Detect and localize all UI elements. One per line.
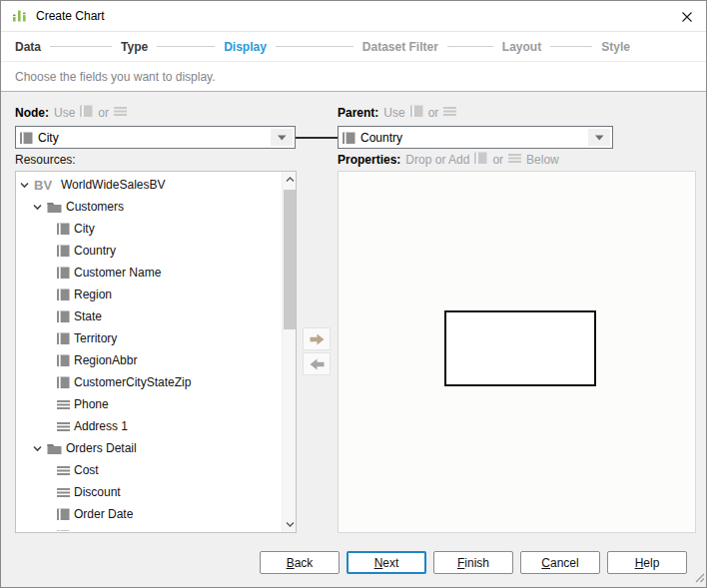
properties-drop-panel[interactable]	[338, 171, 696, 533]
tree-item-customercitystatezip[interactable]: CustomerCityStateZip	[17, 371, 281, 393]
tree-item-label: Customer Name	[74, 266, 161, 280]
chevron-down-icon[interactable]	[32, 443, 43, 454]
properties-label-row: Properties: Drop or Add or Below	[338, 152, 559, 167]
tree-item-label: Territory	[74, 331, 117, 345]
tree-item-label: WorldWideSalesBV	[61, 178, 165, 192]
resources-tree: BVWorldWideSalesBVCustomersCityCountryCu…	[17, 174, 281, 531]
next-button[interactable]: Next	[347, 551, 426, 574]
chevron-down-icon[interactable]	[19, 180, 30, 191]
tree-item-label: Country	[74, 244, 116, 258]
tree-item-order-date[interactable]: Order Date	[17, 503, 281, 525]
node-or-text: or	[98, 106, 109, 120]
cancel-button[interactable]: Cancel	[520, 551, 600, 574]
tree-item-label: Phone	[74, 397, 109, 411]
dimension-square-icon	[474, 151, 487, 168]
tree-item-region[interactable]: Region	[17, 284, 281, 305]
finish-button[interactable]: Finish	[433, 551, 513, 574]
tree-item-label: Customers	[66, 200, 124, 214]
properties-label: Properties:	[338, 153, 400, 167]
tree-scrollbar[interactable]	[282, 172, 296, 532]
transfer-buttons	[303, 327, 331, 375]
chevron-down-icon[interactable]	[32, 202, 43, 213]
parent-use-text: Use	[383, 106, 404, 120]
tree-item-label: Orders Detail	[66, 441, 137, 455]
chart-app-icon	[12, 8, 28, 24]
wizard-step-type[interactable]: Type	[121, 40, 148, 54]
tree-item-label: Order Date	[74, 507, 133, 521]
title-bar: Create Chart	[1, 1, 706, 32]
scroll-up-icon[interactable]	[283, 172, 297, 188]
dimension-square-icon	[57, 266, 70, 280]
dimension-square-icon	[57, 529, 70, 531]
tree-item-territory[interactable]: Territory	[17, 327, 281, 349]
tree-item-orders-detail[interactable]: Orders Detail	[17, 437, 281, 459]
properties-hint-drop: Drop or Add	[405, 153, 469, 167]
dimension-square-icon	[57, 288, 70, 301]
wizard-step-data[interactable]: Data	[15, 40, 41, 54]
dimension-square-icon	[57, 331, 70, 345]
resources-label: Resources:	[15, 152, 76, 167]
parent-selected-value: Country	[360, 131, 588, 145]
tree-item-country[interactable]: Country	[17, 240, 281, 262]
measure-lines-icon	[57, 397, 70, 411]
measure-lines-icon	[508, 151, 521, 168]
step-connector-line	[50, 46, 112, 47]
move-right-button[interactable]	[303, 327, 331, 350]
instruction-text: Choose the fields you want to display.	[1, 62, 706, 92]
dimension-square-icon	[343, 131, 355, 145]
tree-item-worldwidesalesbv[interactable]: BVWorldWideSalesBV	[17, 174, 281, 196]
tree-item-cost[interactable]: Cost	[17, 459, 281, 481]
back-button[interactable]: Back	[260, 551, 340, 574]
tree-item-state[interactable]: State	[17, 305, 281, 327]
wizard-step-layout[interactable]: Layout	[502, 40, 541, 54]
tree-item-city[interactable]: City	[17, 218, 281, 240]
wizard-step-dataset-filter[interactable]: Dataset Filter	[362, 40, 438, 54]
scroll-down-icon[interactable]	[283, 516, 297, 532]
step-connector-line	[447, 46, 493, 47]
dimension-square-icon	[57, 353, 70, 367]
resources-tree-panel: BVWorldWideSalesBVCustomersCityCountryCu…	[15, 171, 297, 533]
create-chart-dialog: Create Chart DataTypeDisplayDataset Filt…	[0, 0, 707, 588]
node-use-text: Use	[54, 106, 75, 120]
tree-item-address-1[interactable]: Address 1	[17, 415, 281, 437]
dimension-square-icon	[80, 104, 93, 121]
measure-lines-icon	[114, 104, 127, 121]
business-view-icon: BV	[34, 178, 57, 192]
tree-item-label: CustomerCityStateZip	[74, 375, 191, 389]
chevron-down-icon[interactable]	[588, 129, 610, 146]
tree-item[interactable]	[17, 525, 281, 531]
dimension-square-icon	[57, 375, 70, 389]
node-parent-connector-line	[296, 137, 338, 139]
node-display-rectangle[interactable]	[444, 310, 596, 386]
move-left-button[interactable]	[303, 352, 331, 375]
wizard-step-display[interactable]: Display	[224, 40, 267, 54]
svg-text:BV: BV	[34, 178, 52, 192]
tree-item-label: Address 1	[74, 419, 128, 433]
scrollbar-thumb[interactable]	[284, 190, 296, 329]
tree-item-regionabbr[interactable]: RegionAbbr	[17, 349, 281, 371]
measure-lines-icon	[57, 463, 70, 477]
step-connector-line	[550, 46, 592, 47]
folder-icon	[47, 442, 62, 455]
dimension-square-icon	[57, 309, 70, 323]
resize-grip[interactable]	[692, 570, 705, 586]
tree-item-label: Region	[74, 288, 112, 301]
step-connector-line	[157, 46, 215, 47]
dimension-square-icon	[57, 222, 70, 236]
close-icon[interactable]	[679, 10, 695, 24]
dimension-square-icon	[57, 244, 70, 258]
properties-hint-below: Below	[526, 153, 559, 167]
chevron-down-icon[interactable]	[271, 129, 293, 146]
step-connector-line	[276, 46, 354, 47]
tree-item-discount[interactable]: Discount	[17, 481, 281, 503]
wizard-step-style[interactable]: Style	[601, 40, 630, 54]
help-button[interactable]: Help	[607, 551, 687, 574]
tree-item-phone[interactable]: Phone	[17, 393, 281, 415]
tree-item-customers[interactable]: Customers	[17, 196, 281, 218]
tree-item-customer-name[interactable]: Customer Name	[17, 262, 281, 284]
folder-icon	[47, 201, 62, 214]
node-field-select[interactable]: City	[15, 126, 296, 149]
dimension-square-icon	[57, 507, 70, 521]
parent-field-select[interactable]: Country	[338, 126, 613, 149]
parent-label: Parent:	[338, 106, 378, 120]
